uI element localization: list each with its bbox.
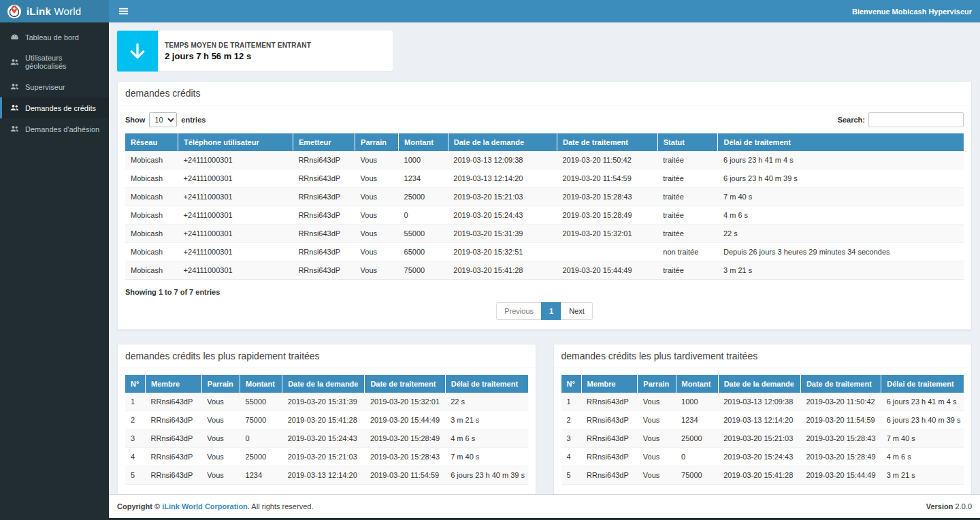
column-header[interactable]: Délai de traitement bbox=[718, 133, 964, 151]
brand-logo[interactable]: iLink World bbox=[0, 0, 109, 22]
column-header[interactable]: Montant bbox=[676, 375, 718, 393]
table-cell: Mobicash bbox=[125, 188, 178, 206]
table-cell: 1 bbox=[561, 393, 582, 411]
table-cell: 6 jours 23 h 40 m 39 s bbox=[445, 466, 527, 485]
page-1-button[interactable]: 1 bbox=[541, 302, 561, 320]
table-cell: 2019-03-20 15:41:28 bbox=[718, 466, 800, 485]
table-cell: traitée bbox=[657, 151, 718, 169]
table-cell: 1000 bbox=[399, 151, 448, 169]
table-cell: Mobicash bbox=[125, 225, 178, 243]
table-cell: traitée bbox=[657, 206, 718, 225]
column-header[interactable]: Montant bbox=[399, 133, 448, 151]
table-cell: 2019-03-20 15:28:49 bbox=[365, 429, 445, 448]
table-cell: 3 bbox=[125, 429, 146, 448]
version-text: Version 2.0.0 bbox=[926, 502, 972, 510]
table-cell: 5 bbox=[561, 466, 582, 485]
column-header[interactable]: Membre bbox=[581, 375, 638, 393]
column-header[interactable]: Délai de traitement bbox=[445, 375, 527, 393]
table-row: 4RRnsi643dPVous250002019-03-20 15:21:032… bbox=[125, 448, 528, 466]
sidebar-item-superviseur[interactable]: Superviseur bbox=[0, 76, 109, 97]
table-cell: +24111000301 bbox=[178, 243, 293, 261]
table-cell: Vous bbox=[355, 151, 399, 169]
table-cell: Vous bbox=[201, 448, 240, 466]
table-row: Mobicash+24111000301RRnsi643dPVous550002… bbox=[125, 225, 964, 243]
sidebar: iLink World Tableau de bord Utilisateurs… bbox=[0, 0, 109, 518]
table-cell: 25000 bbox=[676, 429, 718, 448]
table-cell: 4 m 6 s bbox=[881, 448, 964, 466]
sidebar-toggle-button[interactable] bbox=[109, 0, 137, 22]
next-page-button[interactable]: Next bbox=[561, 302, 593, 320]
column-header[interactable]: Montant bbox=[240, 375, 282, 393]
search-input[interactable] bbox=[868, 112, 964, 127]
table-cell: traitée bbox=[657, 188, 718, 206]
page-length-select[interactable]: 10 bbox=[149, 112, 177, 127]
column-header[interactable]: Date de traitement bbox=[800, 375, 881, 393]
column-header[interactable]: Téléphone utilisateur bbox=[178, 133, 293, 151]
table-body: 1RRnsi643dPVous550002019-03-20 15:31:392… bbox=[125, 393, 528, 485]
table-cell: 2019-03-20 15:21:03 bbox=[282, 448, 365, 466]
column-header[interactable]: Délai de traitement bbox=[881, 375, 964, 393]
table-cell: +24111000301 bbox=[178, 169, 293, 188]
table-cell: Vous bbox=[201, 411, 240, 429]
fastest-processed-panel: demandes crédits les plus rapidement tra… bbox=[117, 344, 536, 494]
table-cell: 2019-03-13 12:14:20 bbox=[282, 466, 365, 485]
previous-page-button[interactable]: Previous bbox=[496, 302, 542, 320]
column-header[interactable]: Parrain bbox=[355, 133, 399, 151]
sidebar-item-utilisateurs-geolocalises[interactable]: Utilisateurs géolocalisés bbox=[0, 48, 109, 76]
table-cell: RRnsi643dP bbox=[293, 151, 355, 169]
table-cell: traitée bbox=[657, 261, 718, 280]
table-cell: 2019-03-20 11:54:59 bbox=[800, 411, 881, 429]
table-cell: Vous bbox=[201, 466, 240, 485]
column-header[interactable]: Date de traitement bbox=[557, 133, 657, 151]
column-header[interactable]: N° bbox=[561, 375, 582, 393]
table-cell: 2019-03-20 15:28:49 bbox=[557, 206, 657, 225]
copyright-suffix: . All rights reserved. bbox=[248, 502, 314, 510]
panel-title: demandes crédits les plus rapidement tra… bbox=[118, 344, 536, 368]
table-cell: Vous bbox=[638, 429, 676, 448]
column-header[interactable]: Date de traitement bbox=[365, 375, 445, 393]
column-header[interactable]: Parrain bbox=[638, 375, 676, 393]
table-cell: RRnsi643dP bbox=[146, 393, 202, 411]
table-cell bbox=[557, 243, 657, 261]
table-cell: Mobicash bbox=[125, 206, 178, 225]
table-cell: 0 bbox=[676, 448, 718, 466]
table-cell: 3 m 21 s bbox=[881, 466, 964, 485]
table-cell: 2019-03-20 15:32:01 bbox=[557, 225, 657, 243]
table-row: 1RRnsi643dPVous550002019-03-20 15:31:392… bbox=[125, 393, 528, 411]
column-header[interactable]: Membre bbox=[146, 375, 202, 393]
table-cell: Vous bbox=[355, 225, 399, 243]
column-header[interactable]: Date de la demande bbox=[282, 375, 365, 393]
column-header[interactable]: Parrain bbox=[201, 375, 240, 393]
column-header[interactable]: Réseau bbox=[125, 133, 178, 151]
welcome-user-menu[interactable]: Bienvenue Mobicash Hyperviseur bbox=[844, 7, 980, 16]
column-header[interactable]: N° bbox=[125, 375, 146, 393]
table-cell: Mobicash bbox=[125, 151, 178, 169]
entries-label: entries bbox=[181, 116, 206, 124]
table-cell: RRnsi643dP bbox=[146, 411, 202, 429]
dashboard-icon bbox=[10, 33, 19, 42]
column-header[interactable]: Date de la demande bbox=[448, 133, 557, 151]
table-row: 3RRnsi643dPVous250002019-03-20 15:21:032… bbox=[561, 429, 964, 448]
company-link[interactable]: iLink World Corporation bbox=[162, 502, 248, 510]
table-row: 1RRnsi643dPVous10002019-03-13 12:09:3820… bbox=[561, 393, 964, 411]
table-row: 2RRnsi643dPVous12342019-03-13 12:14:2020… bbox=[561, 411, 964, 429]
table-cell: 2019-03-20 15:44:49 bbox=[800, 466, 881, 485]
table-row: Mobicash+24111000301RRnsi643dPVous100020… bbox=[125, 151, 964, 169]
info-box-value: 2 jours 7 h 56 m 12 s bbox=[165, 51, 311, 61]
sidebar-item-label: Tableau de bord bbox=[25, 33, 79, 42]
table-cell: 2019-03-20 15:28:43 bbox=[557, 188, 657, 206]
column-header[interactable]: Statut bbox=[657, 133, 718, 151]
table-cell: 1234 bbox=[399, 169, 448, 188]
column-header[interactable]: Emetteur bbox=[293, 133, 355, 151]
table-cell: 2019-03-20 15:41:28 bbox=[448, 261, 557, 280]
table-cell: 4 bbox=[125, 448, 146, 466]
table-cell: RRnsi643dP bbox=[293, 243, 355, 261]
column-header[interactable]: Date de la demande bbox=[718, 375, 800, 393]
search-control: Search: bbox=[838, 112, 964, 127]
table-cell: Vous bbox=[638, 393, 676, 411]
sidebar-item-tableau-de-bord[interactable]: Tableau de bord bbox=[0, 27, 109, 48]
table-cell: 2019-03-20 11:54:59 bbox=[365, 466, 445, 485]
sidebar-item-demandes-de-credits[interactable]: Demandes de crédits bbox=[0, 97, 109, 118]
table-cell: 2019-03-13 12:14:20 bbox=[448, 169, 557, 188]
sidebar-item-demandes-d-adhesion[interactable]: Demandes d'adhésion bbox=[0, 118, 109, 140]
